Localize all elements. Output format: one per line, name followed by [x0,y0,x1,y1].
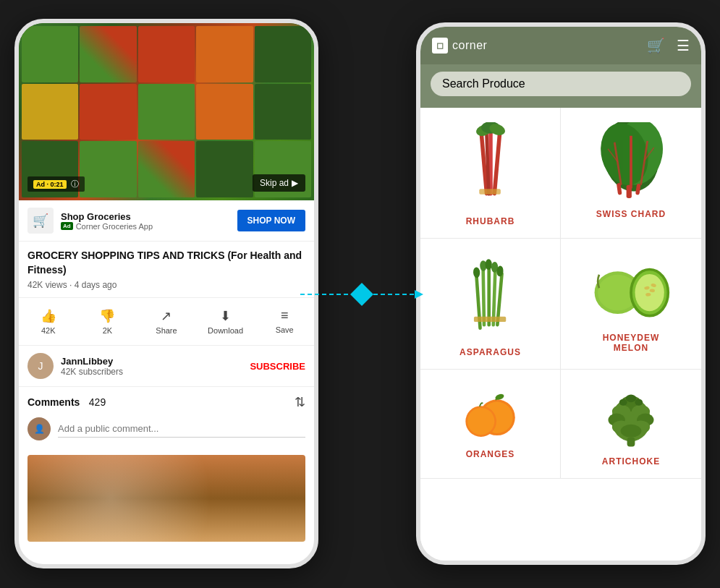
shelf-cell [196,26,253,82]
video-info: GROCERY SHOPPING TIPS AND TRICKS (For He… [19,242,314,298]
swiss-chard-image [595,122,667,202]
comments-header: Comments 429 ⇅ [27,394,305,410]
produce-grid: RHUBARB [420,108,701,479]
svg-rect-6 [492,127,502,195]
share-label: Share [156,326,177,335]
shop-now-button[interactable]: SHOP NOW [237,210,305,231]
right-phone-inner: ◻ corner 🛒 ☰ Search Produce [420,27,701,561]
channel-subscribers: 42K subscribers [61,367,242,377]
dislike-button[interactable]: 👎 2K [78,304,137,339]
produce-cell-oranges[interactable]: ORANGES [420,370,561,479]
subscribe-button[interactable]: SUBSCRIBE [250,361,305,372]
hamburger-menu-icon[interactable]: ☰ [677,37,690,54]
shelf-cell [138,26,195,82]
produce-cell-rhubarb[interactable]: RHUBARB [420,108,561,239]
share-button[interactable]: ↗ Share [137,304,196,339]
header-right: 🛒 ☰ [647,37,690,54]
view-count: 42K views [27,280,67,290]
download-icon: ⬇ [220,308,231,324]
artichoke-name: ARTICHOKE [602,456,660,466]
channel-name[interactable]: JannLibbey [61,356,242,367]
channel-info: JannLibbey 42K subscribers [61,356,242,377]
shop-name: Shop Groceries [61,211,230,222]
shelf-cell [196,141,253,197]
cart-icon[interactable]: 🛒 [647,37,665,54]
svg-rect-20 [627,185,632,198]
artichoke-image [598,384,664,449]
app-name: Corner Groceries App [76,222,153,231]
svg-rect-61 [627,438,635,447]
svg-point-58 [626,394,636,402]
asparagus-image [465,253,516,340]
video-title: GROCERY SHOPPING TIPS AND TRICKS (For He… [27,249,305,277]
svg-marker-1 [350,283,373,306]
save-icon: ≡ [281,308,289,323]
swiss-chard-name: SWISS CHARD [596,209,666,219]
search-bar[interactable]: Search Produce [431,72,691,96]
shelf-cell [22,84,78,140]
sort-icon[interactable]: ⇅ [295,394,305,410]
shelf-cell [138,141,195,197]
shelf-cell [138,84,195,140]
corner-logo: ◻ corner [432,38,487,54]
comments-label: Comments [27,396,80,408]
skip-ad-arrow: ▶ [292,178,298,188]
share-icon: ↗ [161,308,171,324]
like-button[interactable]: 👍 42K [19,304,78,339]
shelf-cell [80,141,136,197]
right-phone: ◻ corner 🛒 ☰ Search Produce [416,22,706,565]
svg-point-47 [467,408,494,435]
time-ago: 4 days ago [75,280,117,290]
corner-logo-text: corner [452,39,487,52]
rhubarb-image [465,122,516,209]
comment-input[interactable] [58,420,305,438]
save-label: Save [276,325,294,334]
user-avatar: 👤 [27,417,51,440]
comments-title-row: Comments 429 [27,396,106,409]
svg-point-28 [473,267,480,278]
like-count: 42K [41,326,56,335]
skip-ad-button[interactable]: Skip ad ▶ [253,174,305,192]
svg-point-59 [619,399,627,406]
orange-image [458,384,523,442]
channel-row: J JannLibbey 42K subscribers SUBSCRIBE [19,346,314,387]
dislike-icon: 👎 [99,308,115,324]
ad-label: Ad [61,222,73,230]
shelf-cell [255,84,311,140]
shelf-cell [196,84,253,140]
search-placeholder: Search Produce [442,77,525,90]
ad-banner: 🛒 Shop Groceries Ad Corner Groceries App… [19,200,314,242]
recommended-thumbnail[interactable] [27,455,305,542]
svg-rect-33 [473,317,505,322]
ad-sub: Ad Corner Groceries App [61,222,230,231]
svg-point-57 [621,425,642,438]
produce-cell-asparagus[interactable]: ASPARAGUS [420,239,561,370]
ad-timer: Ad · 0:21 ⓘ [27,176,85,192]
oranges-name: ORANGES [466,449,515,459]
left-phone-inner: Ad · 0:21 ⓘ Skip ad ▶ 🛒 Shop Groceries A… [19,23,314,564]
asparagus-name: ASPARAGUS [459,347,521,357]
ad-text: Shop Groceries Ad Corner Groceries App [61,211,230,231]
svg-marker-3 [415,290,423,299]
shelf-cell [80,84,136,140]
svg-point-60 [635,399,643,406]
search-bar-container: Search Produce [420,64,701,108]
scene: Ad · 0:21 ⓘ Skip ad ▶ 🛒 Shop Groceries A… [0,0,720,588]
comments-section: Comments 429 ⇅ 👤 [19,387,314,448]
shop-icon: 🛒 [27,208,54,234]
arrow-connector [300,273,423,316]
shelf-cell [255,26,311,82]
thumbnail-image [27,455,305,542]
produce-cell-artichoke[interactable]: ARTICHOKE [561,370,701,479]
shelf-cell [80,26,136,82]
like-icon: 👍 [41,308,56,324]
svg-rect-11 [479,189,501,194]
svg-point-30 [485,259,491,270]
download-button[interactable]: ⬇ Download [196,304,255,339]
corner-app-header: ◻ corner 🛒 ☰ [420,27,701,64]
produce-cell-honeydew[interactable]: HONEYDEW MELON [561,239,701,370]
produce-cell-swiss-chard[interactable]: SWISS CHARD [561,108,701,239]
video-meta: 42K views · 4 days ago [27,280,305,290]
comments-count: 429 [89,396,106,408]
action-bar: 👍 42K 👎 2K ↗ Share ⬇ Download ≡ Save [19,298,314,346]
